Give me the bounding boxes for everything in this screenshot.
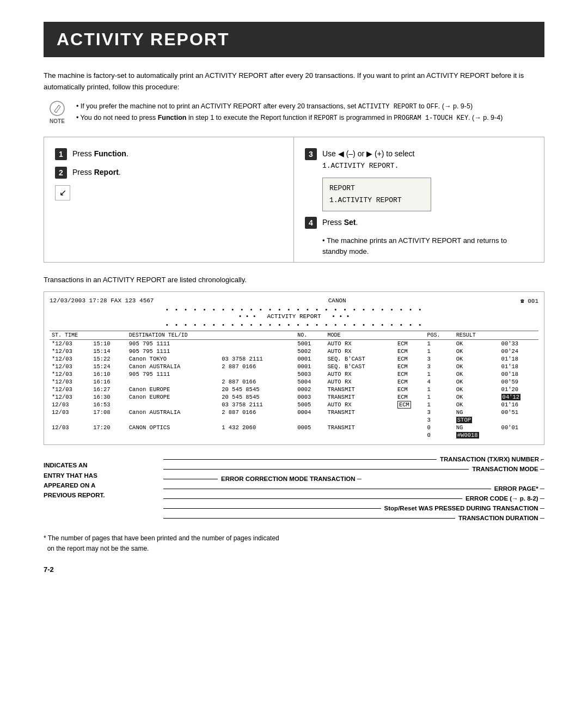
ecm-highlight: ECM xyxy=(397,401,411,409)
ann-stop-reset-label: Stop/Reset WAS PRESSED DURING TRANSACTIO… xyxy=(384,505,544,511)
step-1-number: 1 xyxy=(55,148,67,160)
annotation-tx-mode: TRANSACTION MODE ─ xyxy=(163,466,544,472)
back-arrow: ↙ xyxy=(55,185,70,200)
annotation-ecm: ERROR CORRECTION MODE TRANSACTION ─ xyxy=(163,476,544,482)
step-3-number: 3 xyxy=(305,148,317,160)
pencil-icon xyxy=(50,101,65,116)
legend-section: INDICATES ANENTRY THAT HASAPPEARED ON AP… xyxy=(44,456,544,525)
ann-tx-duration-label: TRANSACTION DURATION ─ xyxy=(458,515,544,521)
intro-text: The machine is factory-set to automatica… xyxy=(44,70,544,93)
legend-left: INDICATES ANENTRY THAT HASAPPEARED ON AP… xyxy=(44,456,163,525)
ann-tx-rx-label: TRANSACTION (TX/RX) NUMBER ⌐ xyxy=(440,456,544,462)
page-header: ACTIVITY REPORT xyxy=(44,22,544,57)
note-line-2: • You do not need to press Function in s… xyxy=(76,112,503,124)
steps-right: 3 Use ◀ (–) or ▶ (+) to select1.ACTIVITY… xyxy=(294,137,544,263)
col-destination: DESTINATION TEL/ID xyxy=(127,331,295,340)
annotation-error-code: ERROR CODE (→ p. 8-2) ─ xyxy=(163,495,544,502)
step-4: 4 Press Set. xyxy=(305,217,533,229)
step-3-text: Use ◀ (–) or ▶ (+) to select1.ACTIVITY R… xyxy=(322,148,414,172)
col-st-time: ST. TIME xyxy=(50,331,127,340)
annotation-stop-reset: Stop/Reset WAS PRESSED DURING TRANSACTIO… xyxy=(163,505,544,511)
fax-dots-top: • • • • • • • • • • • • • • • • • • • • … xyxy=(50,307,538,313)
note-label: NOTE xyxy=(50,117,65,126)
fax-table: ST. TIME DESTINATION TEL/ID NO. MODE PGS… xyxy=(50,331,538,439)
table-row: 12/0317:20 CANON OPTICS1 432 2060 0005 T… xyxy=(50,424,538,431)
fax-report-title: • • • ACTIVITY REPORT • • • xyxy=(50,313,538,320)
ann-ecm-label: ERROR CORRECTION MODE TRANSACTION ─ xyxy=(221,476,362,482)
table-row: *12/0315:10 905 795 1111 5001 AUTO RXECM… xyxy=(50,340,538,348)
steps-left: 1 Press Function. 2 Press Report. ↙ xyxy=(44,137,294,263)
page-title: ACTIVITY REPORT xyxy=(57,29,531,50)
footnote: * The number of pages that have been pri… xyxy=(44,533,544,554)
note-line-1: • If you prefer the machine not to print… xyxy=(76,101,503,112)
steps-grid: 1 Press Function. 2 Press Report. ↙ 3 Us… xyxy=(44,137,544,263)
w0018-highlight: #W0018 xyxy=(456,432,479,438)
table-row-stop: 3 STOP xyxy=(50,416,538,424)
step-1: 1 Press Function. xyxy=(55,148,283,160)
annotation-tx-rx: TRANSACTION (TX/RX) NUMBER ⌐ xyxy=(163,456,544,462)
col-result: RESULT xyxy=(454,331,538,340)
table-row-w0018: 0 #W0018 xyxy=(50,431,538,439)
table-row: *12/0316:30 Canon EUROPE20 545 8545 0003… xyxy=(50,393,538,401)
note-box: NOTE • If you prefer the machine not to … xyxy=(44,101,544,126)
fax-dots-bottom: • • • • • • • • • • • • • • • • • • • • … xyxy=(50,322,538,328)
lcd-line-2: 1.ACTIVITY REPORT xyxy=(329,194,424,206)
annotation-error-page: ERROR PAGE* ─ xyxy=(163,485,544,492)
ann-tx-mode-label: TRANSACTION MODE ─ xyxy=(472,466,544,472)
legend-right: TRANSACTION (TX/RX) NUMBER ⌐ TRANSACTION… xyxy=(163,456,544,525)
note-content: • If you prefer the machine not to print… xyxy=(76,101,503,124)
col-no: NO. xyxy=(295,331,325,340)
step-3: 3 Use ◀ (–) or ▶ (+) to select1.ACTIVITY… xyxy=(305,148,533,172)
step-2-number: 2 xyxy=(55,167,67,179)
note-icon-wrapper: NOTE xyxy=(44,101,71,126)
highlight-duration: 04'12 xyxy=(501,394,521,400)
lcd-display: REPORT 1.ACTIVITY REPORT xyxy=(322,178,431,211)
col-mode: MODE xyxy=(325,331,425,340)
lcd-line-1: REPORT xyxy=(329,182,424,194)
fax-report: 12/03/2003 17:28 FAX 123 4567 CANON ☎ 00… xyxy=(44,291,544,445)
step-4-note: • The machine prints an ACTIVITY REPORT … xyxy=(322,235,533,257)
page-number: 7-2 xyxy=(44,565,544,574)
table-row: *12/0316:16 2 887 0166 5004 AUTO RXECM 4… xyxy=(50,378,538,386)
step-4-text: Press Set. xyxy=(322,217,358,228)
table-row: *12/0315:24 Canon AUSTRALIA2 887 0166 00… xyxy=(50,363,538,370)
activity-note: Transactions in an ACTIVITY REPORT are l… xyxy=(44,276,544,284)
table-row: 12/0316:53 03 3758 2111 5005 AUTO RXECM … xyxy=(50,401,538,409)
ann-error-code-label: ERROR CODE (→ p. 8-2) ─ xyxy=(465,495,544,502)
table-row: *12/0315:14 905 795 1111 5002 AUTO RXECM… xyxy=(50,348,538,355)
table-row: *12/0316:10 905 795 1111 5003 AUTO RXECM… xyxy=(50,370,538,378)
table-row: *12/0316:27 Canon EUROPE20 545 8545 0002… xyxy=(50,386,538,393)
fax-header-right: ☎ 001 xyxy=(520,297,538,304)
fax-table-header: ST. TIME DESTINATION TEL/ID NO. MODE PGS… xyxy=(50,331,538,340)
step-1-text: Press Function. xyxy=(72,148,128,160)
svg-point-0 xyxy=(50,101,64,115)
step-2-text: Press Report. xyxy=(72,167,121,178)
fax-report-header: 12/03/2003 17:28 FAX 123 4567 CANON ☎ 00… xyxy=(50,297,538,304)
step-4-number: 4 xyxy=(305,217,317,229)
table-row: *12/0315:22 Canon TOKYO03 3758 2111 0001… xyxy=(50,355,538,363)
step-2: 2 Press Report. xyxy=(55,167,283,179)
fax-header-left: 12/03/2003 17:28 FAX 123 4567 xyxy=(50,297,154,304)
stop-highlight: STOP xyxy=(456,417,472,423)
col-pgs: PGS. xyxy=(425,331,454,340)
table-row: 12/0317:08 Canon AUSTRALIA2 887 0166 000… xyxy=(50,409,538,416)
ann-error-page-label: ERROR PAGE* ─ xyxy=(494,485,544,492)
annotation-tx-duration: TRANSACTION DURATION ─ xyxy=(163,515,544,521)
fax-header-center: CANON xyxy=(328,297,346,304)
